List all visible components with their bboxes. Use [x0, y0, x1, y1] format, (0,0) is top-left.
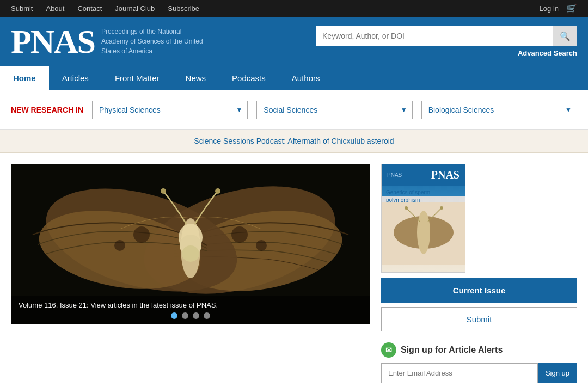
- dot-2[interactable]: [182, 312, 188, 319]
- nav-front-matter[interactable]: Front Matter: [102, 66, 173, 90]
- hero-image: Volume 116, Issue 21: View articles in t…: [11, 164, 370, 324]
- svg-point-11: [231, 226, 248, 243]
- signup-section: ✉ Sign up for Article Alerts Sign up: [381, 342, 577, 383]
- svg-point-14: [114, 240, 125, 251]
- dot-1[interactable]: [171, 312, 177, 319]
- dot-4[interactable]: [204, 312, 210, 319]
- social-sciences-dropdown-wrapper: Social Sciences Economics Psychology Soc…: [256, 101, 412, 119]
- cart-icon[interactable]: 🛒: [566, 3, 577, 14]
- svg-point-19: [440, 206, 443, 210]
- svg-point-13: [133, 226, 150, 243]
- sidebar: PNAS PNAS Genetics of sperm polymorphism…: [381, 164, 577, 383]
- submit-button[interactable]: Submit: [381, 307, 577, 331]
- logo-subtitle: Proceedings of the National Academy of S…: [101, 27, 210, 56]
- login-link[interactable]: Log in: [540, 4, 559, 13]
- search-section: 🔍 Advanced Search: [316, 26, 577, 57]
- svg-point-12: [256, 240, 267, 251]
- email-icon: ✉: [381, 342, 396, 358]
- svg-point-8: [182, 245, 199, 262]
- research-label: NEW RESEARCH IN: [11, 106, 83, 114]
- nav-subscribe[interactable]: Subscribe: [168, 4, 199, 13]
- hero-dots: [19, 312, 363, 319]
- signup-heading-text: Sign up for Article Alerts: [401, 345, 503, 355]
- email-input[interactable]: [381, 363, 538, 383]
- signup-button[interactable]: Sign up: [538, 363, 577, 383]
- cover-pnas-logo: PNAS: [431, 169, 460, 181]
- site-header: PNAS Proceedings of the National Academy…: [0, 17, 588, 66]
- sidebar-buttons: Current Issue Submit: [381, 278, 577, 331]
- physical-sciences-dropdown-wrapper: Physical Sciences Chemistry Physics Astr…: [92, 101, 248, 119]
- logo-section: PNAS Proceedings of the National Academy…: [11, 24, 210, 58]
- main-content: Volume 116, Issue 21: View articles in t…: [0, 153, 588, 387]
- nav-authors[interactable]: Authors: [279, 66, 333, 90]
- nav-contact[interactable]: Contact: [77, 4, 102, 13]
- dot-3[interactable]: [193, 312, 199, 319]
- nav-about[interactable]: About: [46, 4, 64, 13]
- advanced-search-link[interactable]: Advanced Search: [518, 49, 577, 57]
- logo[interactable]: PNAS: [11, 24, 95, 58]
- hero-caption: Volume 116, Issue 21: View articles in t…: [11, 296, 370, 324]
- search-input[interactable]: [316, 27, 553, 45]
- research-section: NEW RESEARCH IN Physical Sciences Chemis…: [0, 90, 588, 130]
- nav-news[interactable]: News: [173, 66, 219, 90]
- main-nav: Home Articles Front Matter News Podcasts…: [0, 66, 588, 90]
- cover-image: PNAS PNAS Genetics of sperm polymorphism: [381, 164, 465, 273]
- physical-sciences-dropdown[interactable]: Physical Sciences Chemistry Physics Astr…: [92, 101, 248, 119]
- email-signup-row: Sign up: [381, 363, 577, 383]
- social-sciences-dropdown[interactable]: Social Sciences Economics Psychology Soc…: [256, 101, 412, 119]
- nav-podcasts[interactable]: Podcasts: [219, 66, 279, 90]
- top-nav-links: Submit About Contact Journal Club Subscr…: [11, 4, 199, 13]
- search-bar: 🔍: [316, 26, 577, 46]
- signup-heading: ✉ Sign up for Article Alerts: [381, 342, 577, 358]
- svg-point-9: [161, 188, 166, 194]
- nav-home[interactable]: Home: [0, 66, 49, 90]
- podcast-link[interactable]: Science Sessions Podcast: Aftermath of C…: [194, 137, 394, 145]
- svg-point-18: [405, 206, 408, 210]
- search-button[interactable]: 🔍: [553, 26, 577, 46]
- svg-point-10: [215, 188, 220, 194]
- current-issue-button[interactable]: Current Issue: [381, 278, 577, 303]
- svg-point-17: [417, 211, 430, 254]
- biological-sciences-dropdown[interactable]: Biological Sciences Genetics Ecology Mic…: [421, 101, 577, 119]
- top-nav: Submit About Contact Journal Club Subscr…: [0, 0, 588, 17]
- nav-journal-club[interactable]: Journal Club: [115, 4, 155, 13]
- top-nav-right: Log in 🛒: [540, 3, 577, 14]
- biological-sciences-dropdown-wrapper: Biological Sciences Genetics Ecology Mic…: [421, 101, 577, 119]
- hero-section: Volume 116, Issue 21: View articles in t…: [11, 164, 370, 383]
- podcast-banner: Science Sessions Podcast: Aftermath of C…: [0, 130, 588, 153]
- nav-submit[interactable]: Submit: [11, 4, 33, 13]
- hero-caption-text: Volume 116, Issue 21: View articles in t…: [19, 301, 218, 309]
- nav-articles[interactable]: Articles: [49, 66, 102, 90]
